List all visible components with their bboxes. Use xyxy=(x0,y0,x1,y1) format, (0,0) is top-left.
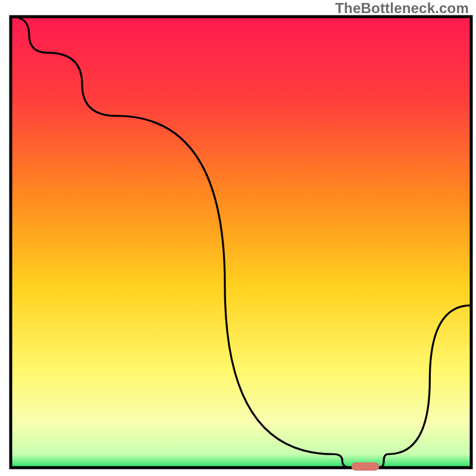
bottleneck-chart xyxy=(0,0,476,476)
gradient-background xyxy=(11,17,471,468)
watermark-text: TheBottleneck.com xyxy=(335,0,469,17)
chart-container: TheBottleneck.com xyxy=(0,0,476,476)
optimal-range-marker xyxy=(352,462,379,471)
